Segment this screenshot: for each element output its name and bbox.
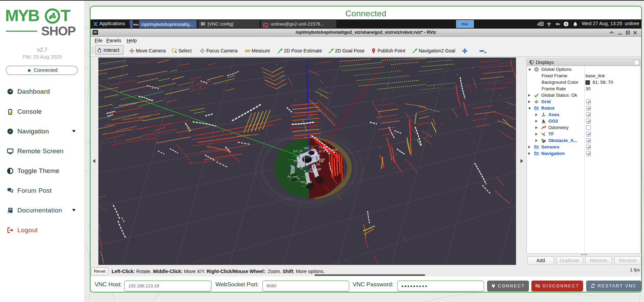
svg-text:g.2_on: g.2_on: [293, 149, 303, 153]
svg-text:FL: FL: [300, 153, 303, 156]
svg-text:stern...: stern...: [293, 159, 303, 162]
svg-text:RL: RL: [290, 164, 294, 168]
svg-text:.:: .:: [499, 93, 501, 96]
svg-text:R..: R..: [300, 167, 304, 170]
svg-text:x_lnk: x_lnk: [313, 163, 321, 166]
svg-text:..w_hame: ..w_hame: [324, 148, 337, 152]
svg-text:.. ..: .. ..: [489, 68, 493, 71]
svg-text:R...high F..: R...high F..: [304, 170, 319, 173]
svg-text:.2c.R: .2c.R: [318, 149, 325, 153]
svg-text:Rl: Rl: [305, 182, 308, 186]
svg-text:0&2_m: 0&2_m: [304, 146, 314, 150]
svg-text:..nk: ..nk: [315, 154, 320, 157]
svg-text:.ot: .ot: [296, 177, 300, 180]
